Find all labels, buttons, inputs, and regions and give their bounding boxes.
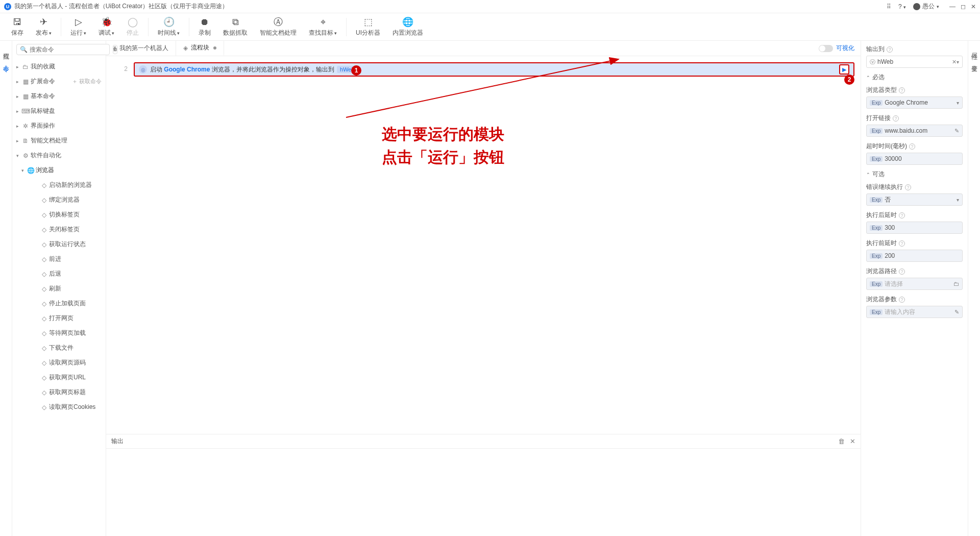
help-icon[interactable]: ? (899, 87, 905, 93)
save-button[interactable]: 🖫保存 (5, 16, 30, 37)
help-icon[interactable]: ? (899, 269, 905, 275)
rail-attributes[interactable]: 属性 (970, 48, 978, 50)
command-sidebar: 🔍 ⧉ ▸🗀我的收藏▸▦扩展命令＋ 获取命令▸▦基本命令▸⌨鼠标键盘▸✲界面操作… (12, 41, 106, 536)
tree-item[interactable]: ▸🗀我的收藏 (12, 59, 106, 74)
tree-item[interactable]: ◇等待网页加载 (12, 326, 106, 340)
output-var-chip: hWeb (337, 66, 358, 73)
edit-icon[interactable]: ✎ (954, 309, 959, 315)
caret-icon: ▸ (16, 94, 21, 99)
minimize-button[interactable]: — (949, 3, 955, 10)
tab-robot[interactable]: ᚕ我的第一个机器人 (106, 41, 176, 56)
tree-item[interactable]: ▸🗎智能文档处理 (12, 133, 106, 148)
smart-doc-button[interactable]: Ⓐ智能文档处理 (254, 16, 303, 37)
visual-toggle[interactable] (819, 45, 833, 52)
fetch-command-link[interactable]: ＋ 获取命令 (72, 78, 102, 85)
rail-flow[interactable]: 流程 (2, 48, 10, 50)
tree-item[interactable]: ◇打开网页 (12, 311, 106, 326)
caret-icon: ▸ (16, 64, 21, 69)
open-link-input[interactable]: Expwww.baidu.com✎ (866, 125, 963, 137)
code-editor: 2 ◎ 启动 Google Chrome 浏览器，并将此浏览器作为操控对象，输出… (106, 56, 861, 434)
tab-flowblock[interactable]: ◈流程块 (176, 41, 224, 56)
tree-item[interactable]: ◇启动新的浏览器 (12, 178, 106, 192)
chevron-down-icon[interactable]: ⌃ (866, 172, 870, 177)
tree-icon: ◇ (40, 345, 48, 352)
tree-icon: ◇ (40, 374, 48, 381)
timeout-input[interactable]: Exp30000 (866, 153, 963, 165)
rail-command[interactable]: 命令 (2, 60, 10, 62)
record-button[interactable]: ⏺录制 (192, 16, 217, 37)
tree-item[interactable]: ▸▦基本命令 (12, 89, 106, 104)
stop-button: ◯停止 (120, 16, 145, 37)
debug-button[interactable]: 🐞调试▾ (92, 16, 120, 37)
help-icon[interactable]: ? (905, 184, 911, 190)
tree-item[interactable]: ◇后退 (12, 266, 106, 281)
clock-icon: 🕘 (163, 16, 175, 28)
timeline-button[interactable]: 🕘时间线▾ (152, 16, 186, 37)
publish-button[interactable]: ✈发布▾ (30, 16, 58, 37)
code-line-selected[interactable]: ◎ 启动 Google Chrome 浏览器，并将此浏览器作为操控对象，输出到 … (134, 62, 854, 77)
help-icon[interactable]: ? ▾ (898, 3, 906, 10)
caret-icon: ▸ (16, 79, 21, 84)
tree-item[interactable]: ◇读取网页Cookies (12, 400, 106, 415)
chevron-down-icon[interactable]: ⌃ (866, 75, 870, 80)
delay-after-input[interactable]: Exp300 (866, 222, 963, 234)
rail-variables[interactable]: 变量 (970, 60, 978, 62)
tree-label: 基本命令 (31, 92, 102, 101)
output-to-input[interactable]: ⓥ hWeb ✕ ▾ (866, 56, 963, 68)
tree-item[interactable]: ◇下载文件 (12, 340, 106, 355)
find-target-button[interactable]: ⌖查找目标▾ (303, 16, 343, 37)
builtin-browser-button[interactable]: 🌐内置浏览器 (386, 16, 429, 37)
tree-label: 获取运行状态 (49, 240, 102, 249)
code-line-text: 启动 Google Chrome 浏览器，并将此浏览器作为操控对象，输出到 hW… (150, 65, 836, 74)
tree-item[interactable]: ◇关闭标签页 (12, 222, 106, 237)
delay-before-input[interactable]: Exp200 (866, 250, 963, 262)
search-input-wrapper[interactable]: 🔍 (16, 44, 110, 55)
apps-icon[interactable]: ⠿ (887, 3, 891, 10)
help-icon[interactable]: ? (899, 297, 905, 303)
tree-item[interactable]: ▾🌐浏览器 (12, 163, 106, 178)
tree-item[interactable]: ◇刷新 (12, 281, 106, 296)
close-button[interactable]: ✕ (971, 3, 976, 10)
help-icon[interactable]: ? (909, 143, 915, 150)
tree-icon: 🗀 (21, 63, 30, 70)
ui-analyzer-button[interactable]: ⬚UI分析器 (350, 16, 386, 37)
continue-on-error-select[interactable]: Exp否▾ (866, 193, 963, 206)
chevron-down-icon: ▾ (49, 31, 52, 36)
tree-item[interactable]: ◇读取网页源码 (12, 355, 106, 370)
help-icon[interactable]: ? (899, 212, 905, 218)
help-icon[interactable]: ? (893, 115, 899, 121)
tree-item[interactable]: ▸✲界面操作 (12, 118, 106, 133)
search-input[interactable] (30, 46, 106, 53)
tree-item[interactable]: ▾⚙软件自动化 (12, 148, 106, 163)
tree-item[interactable]: ◇前进 (12, 252, 106, 266)
dirty-dot-icon (213, 46, 216, 50)
tree-item[interactable]: ◇停止加载页面 (12, 296, 106, 311)
clear-icon[interactable]: ✕ (952, 59, 957, 65)
tree-item[interactable]: ◇绑定浏览器 (12, 192, 106, 207)
tree-label: 绑定浏览器 (49, 196, 102, 204)
browser-type-select[interactable]: ExpGoogle Chrome▾ (866, 96, 963, 109)
tree-item[interactable]: ▸⌨鼠标键盘 (12, 104, 106, 118)
data-capture-button[interactable]: ⧉数据抓取 (217, 16, 254, 37)
output-panel: 输出 🗑 ✕ (106, 434, 861, 536)
tree-icon: ✲ (21, 123, 30, 130)
tree-item[interactable]: ◇获取网页URL (12, 370, 106, 385)
trash-icon[interactable]: 🗑 (838, 437, 845, 445)
folder-icon[interactable]: 🗀 (953, 281, 959, 287)
browser-path-input[interactable]: Exp请选择🗀 (866, 278, 963, 290)
browser-step-icon: ◎ (139, 65, 147, 74)
caret-icon: ▾ (21, 168, 27, 173)
maximize-button[interactable]: ◻ (961, 3, 966, 10)
help-icon[interactable]: ? (899, 240, 905, 247)
help-icon[interactable]: ? (887, 46, 893, 53)
run-button[interactable]: ▷运行▾ (64, 16, 92, 37)
tree-item[interactable]: ▸▦扩展命令＋ 获取命令 (12, 74, 106, 89)
close-panel-icon[interactable]: ✕ (850, 437, 855, 445)
edit-icon[interactable]: ✎ (954, 128, 959, 134)
tree-item[interactable]: ◇获取运行状态 (12, 237, 106, 252)
tree-item[interactable]: ◇切换标签页 (12, 207, 106, 222)
user-menu[interactable]: 愚公 ▾ (913, 2, 939, 11)
browser-args-input[interactable]: Exp请输入内容✎ (866, 306, 963, 318)
run-line-button[interactable]: ▶ (839, 64, 849, 75)
tree-item[interactable]: ◇获取网页标题 (12, 385, 106, 400)
